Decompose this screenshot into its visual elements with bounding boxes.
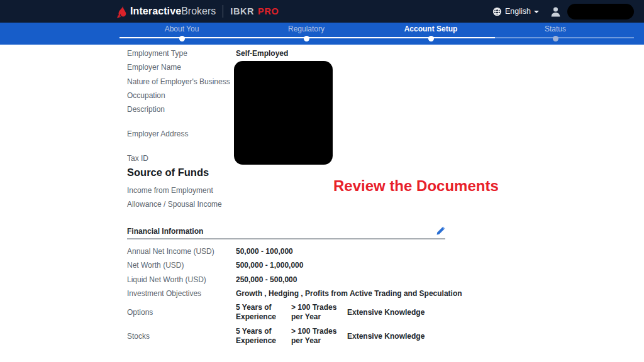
- fin-row-annual-net-income: Annual Net Income (USD) 50,000 - 100,000: [127, 244, 636, 258]
- fin-row-investment-objectives: Investment Objectives Growth , Hedging ,…: [127, 287, 636, 300]
- field-label: Investment Objectives: [127, 289, 236, 298]
- financial-information-header: Financial Information: [127, 224, 445, 239]
- field-label: Description: [127, 105, 236, 114]
- field-value: 50,000 - 100,000: [236, 247, 293, 256]
- field-label: Occupation: [127, 91, 236, 100]
- financial-rows: Annual Net Income (USD) 50,000 - 100,000…: [127, 244, 636, 348]
- stepper-steps: About You Regulatory Account Setup Statu…: [119, 25, 618, 41]
- redacted-username: [567, 4, 634, 19]
- field-label: Annual Net Income (USD): [127, 247, 236, 256]
- field-row-employment-type: Employment Type Self-Employed: [127, 47, 636, 60]
- step-label: Regulatory: [288, 25, 325, 33]
- step-label: Account Setup: [404, 25, 458, 33]
- field-row-tax-id: Tax ID: [127, 151, 636, 165]
- experience-knowledge: Extensive Knowledge: [347, 308, 425, 317]
- brand-interactive-text: Interactive: [130, 6, 181, 17]
- plan-ibkr-text: IBKR: [230, 6, 254, 16]
- brand-brokers-text: Brokers: [181, 6, 216, 17]
- field-row-employer-name: Employer Name: [127, 60, 636, 74]
- source-item-label: Income from Employment: [127, 186, 236, 195]
- language-label: English: [505, 7, 531, 16]
- field-row-occupation: Occupation: [127, 89, 636, 102]
- field-label: Employment Type: [127, 49, 236, 58]
- source-item: Allowance / Spousal Income: [127, 197, 379, 211]
- experience-trades: > 100 Trades per Year: [291, 303, 347, 322]
- experience-years: 5 Years of Experience: [236, 303, 291, 322]
- field-label: Options: [127, 308, 236, 317]
- chevron-down-icon: [534, 11, 539, 13]
- experience-row-options: Options 5 Years of Experience > 100 Trad…: [127, 300, 636, 324]
- experience-years: 5 Years of Experience: [236, 327, 291, 346]
- plan-pro-text: PRO: [258, 6, 279, 16]
- financial-information-title: Financial Information: [127, 227, 203, 236]
- field-row-employer-business: Nature of Employer's Business: [127, 75, 636, 89]
- experience-row-stocks: Stocks 5 Years of Experience > 100 Trade…: [127, 324, 636, 348]
- top-header: InteractiveBrokers IBKR PRO English: [0, 0, 644, 23]
- step-label: Status: [545, 25, 566, 33]
- review-documents-annotation: Review the Documents: [333, 177, 499, 195]
- employment-section: Employment Type Self-Employed Employer N…: [127, 47, 636, 165]
- field-label: Nature of Employer's Business: [127, 77, 236, 86]
- fin-row-liquid-net-worth: Liquid Net Worth (USD) 250,000 - 500,000: [127, 273, 636, 287]
- source-item-label: Allowance / Spousal Income: [127, 200, 236, 209]
- field-label: Net Worth (USD): [127, 261, 236, 270]
- fin-row-net-worth: Net Worth (USD) 500,000 - 1,000,000: [127, 258, 636, 272]
- edit-pencil-icon[interactable]: [436, 226, 445, 236]
- field-label: Tax ID: [127, 154, 236, 163]
- field-label: Employer Address: [127, 129, 236, 138]
- header-right-group: English: [492, 0, 634, 23]
- step-account-setup[interactable]: Account Setup: [369, 25, 493, 41]
- step-about-you[interactable]: About You: [119, 25, 244, 41]
- field-value: Self-Employed: [236, 49, 288, 58]
- step-label: About You: [165, 25, 199, 33]
- field-value: 250,000 - 500,000: [236, 275, 297, 284]
- globe-icon: [492, 7, 502, 16]
- brand-logo: InteractiveBrokers IBKR PRO: [117, 0, 279, 23]
- progress-stepper: About You Regulatory Account Setup Statu…: [0, 23, 644, 45]
- redacted-values-box: [234, 61, 333, 165]
- field-row-description: Description: [127, 102, 636, 116]
- ib-flame-icon: [117, 5, 126, 18]
- field-value: Growth , Hedging , Profits from Active T…: [236, 289, 462, 298]
- step-dot: [304, 36, 309, 41]
- step-dot: [553, 36, 558, 41]
- user-icon[interactable]: [550, 6, 561, 17]
- step-dot: [179, 36, 185, 41]
- source-of-funds-title: Source of Funds: [127, 167, 209, 178]
- field-label: Liquid Net Worth (USD): [127, 275, 236, 284]
- field-label: Employer Name: [127, 63, 236, 72]
- language-selector[interactable]: English: [492, 7, 539, 16]
- field-value: 500,000 - 1,000,000: [236, 261, 303, 270]
- experience-knowledge: Extensive Knowledge: [347, 332, 425, 341]
- brand-divider: [223, 5, 223, 18]
- step-regulatory[interactable]: Regulatory: [244, 25, 369, 41]
- field-label: Stocks: [127, 332, 236, 341]
- step-dot: [428, 36, 434, 41]
- experience-trades: > 100 Trades per Year: [291, 327, 347, 346]
- step-status[interactable]: Status: [493, 25, 618, 41]
- field-row-employer-address: Employer Address: [127, 126, 636, 140]
